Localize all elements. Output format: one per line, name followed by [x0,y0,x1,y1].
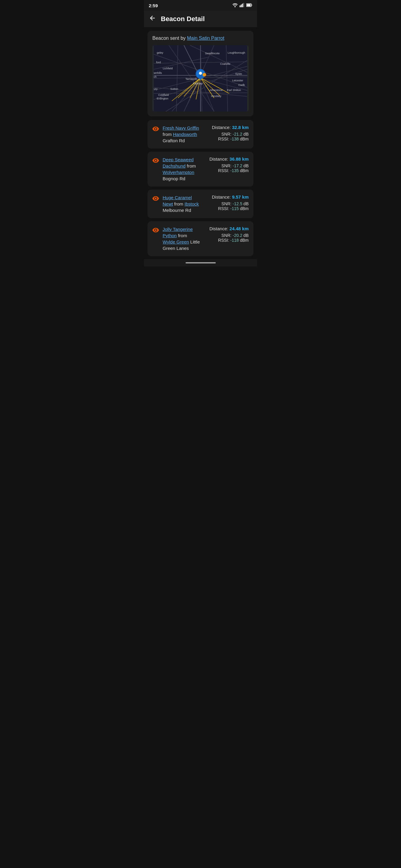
receiver-left-0: Fresh Navy Griffin from Handsworth Graft… [163,125,200,144]
map-label-coalville: Coalville [220,62,231,65]
map-label-hinckley: Hinckley [211,95,222,98]
distance-label-1: Distance: [209,156,230,161]
map-label-ch: ch [154,75,157,79]
rssi-row-0: RSSI: -138 dBm [200,136,249,141]
svg-point-42 [198,80,203,83]
receiver-from-2: from [174,201,184,207]
snr-row-0: SNR: -21.2 dB [200,132,249,136]
map-label-ownhills: wnhills [153,71,162,74]
distance-row-3: Distance: 24.48 km [200,226,249,231]
rssi-val-3: -118 [230,238,239,243]
snr-row-1: SNR: -17.2 dB [200,163,249,168]
receiver-card-1[interactable]: Deep Seaweed Dachshund from Wolverhampto… [147,152,254,187]
receiver-right-3: Distance: 24.48 km SNR: -20.2 dB RSSI: -… [200,226,249,243]
status-time: 2:59 [149,3,158,8]
map-label-lichfield: Lichfield [163,67,173,70]
receiver-street-1: Bognop Rd [163,176,185,181]
map-label-atherstone: Atherstone [210,89,223,92]
svg-rect-1 [239,5,240,7]
distance-val-2: 9.57 km [232,194,249,199]
map-label-geley: geley [157,51,164,54]
map-label-systo: Systo [235,72,242,75]
receiver-name-row-2: Huge Caramel Newt from Ibstock Melbourne… [163,194,200,213]
snr-row-2: SNR: -12.5 dB [200,201,249,206]
receiver-from-0: from [163,132,173,137]
status-icons [232,3,252,8]
map-label-coldfield: Coldfield [159,93,169,96]
map-container[interactable]: Swadlincote Loughborough Coalville Lichf… [152,45,249,112]
svg-rect-2 [241,4,242,7]
svg-rect-4 [243,3,244,7]
rssi-val-1: -135 [230,168,239,173]
beacon-card: Beacon sent by Main Satin Parrot [147,31,254,116]
distance-label-3: Distance: [209,226,230,231]
rssi-row-3: RSSI: -118 dBm [200,238,249,243]
snr-rssi-1: SNR: -17.2 dB RSSI: -135 dBm [200,163,249,173]
receiver-street-0: Grafton Rd [163,138,185,143]
beacon-sent-by-text: Beacon sent by Main Satin Parrot [152,36,249,41]
receiver-right-1: Distance: 36.88 km SNR: -17.2 dB RSSI: -… [200,156,249,173]
receiver-card-2[interactable]: Huge Caramel Newt from Ibstock Melbourne… [147,190,254,218]
receiver-left-1: Deep Seaweed Dachshund from Wolverhampto… [163,156,200,182]
map-label-loughborough: Loughborough [228,51,245,54]
receiver-right-2: Distance: 9.57 km SNR: -12.5 dB RSSI: -1… [200,194,249,211]
receiver-location-link-2[interactable]: Ibstock [185,201,199,207]
receiver-name-row-0: Fresh Navy Griffin from Handsworth Graft… [163,125,200,144]
page-title: Beacon Detail [161,15,205,23]
sender-name-link[interactable]: Main Satin Parrot [187,36,225,41]
bottom-bar [144,259,257,267]
rssi-row-2: RSSI: -115 dBm [200,206,249,211]
distance-row-1: Distance: 36.88 km [200,156,249,161]
svg-point-45 [199,72,202,75]
receiver-location-link-1[interactable]: Wolverhampton [163,170,194,175]
receiver-location-link-0[interactable]: Handsworth [173,132,197,137]
svg-rect-6 [252,4,252,6]
map-label-erdington: Erdington [157,97,169,100]
receiver-name-row-1: Deep Seaweed Dachshund from Wolverhampto… [163,156,200,182]
receiver-flex-2: Huge Caramel Newt from Ibstock Melbourne… [163,194,249,213]
battery-icon [246,3,252,8]
receiver-left-3: Jolly Tangerine Python from Wylde Green … [163,226,200,251]
receiver-card-0[interactable]: Fresh Navy Griffin from Handsworth Graft… [147,120,254,149]
receiver-left-2: Huge Caramel Newt from Ibstock Melbourne… [163,194,200,213]
distance-row-0: Distance: 32.8 km [200,125,249,130]
snr-val-0: -21.2 [233,132,242,136]
map-label-leicester: Leicester [232,79,244,82]
map-label-earl-shilton: Earl Shilton [227,89,241,92]
receiver-from-1: from [187,163,196,168]
distance-row-2: Distance: 9.57 km [200,194,249,199]
wifi-icon [232,3,238,8]
back-button[interactable] [149,14,156,24]
distance-label-0: Distance: [212,125,232,130]
rssi-val-0: -138 [230,136,239,141]
receiver-right-0: Distance: 32.8 km SNR: -21.2 dB RSSI: -1… [200,125,249,141]
distance-val-1: 36.88 km [230,156,249,161]
receiver-card-3[interactable]: Jolly Tangerine Python from Wylde Green … [147,221,254,256]
receivers-list: Fresh Navy Griffin from Handsworth Graft… [144,120,257,256]
map-label-sutton: Sutton [170,87,178,90]
distance-val-3: 24.48 km [230,226,249,231]
receiver-name-row-3: Jolly Tangerine Python from Wylde Green … [163,226,200,251]
receiver-name-link-0[interactable]: Fresh Navy Griffin [163,125,199,130]
receiver-location-link-3[interactable]: Wylde Green [163,239,189,244]
receiver-from-3: from [178,233,187,238]
rssi-val-2: -115 [230,206,239,211]
eye-icon-1 [152,157,159,165]
snr-row-3: SNR: -20.2 dB [200,233,249,238]
signal-icon [239,3,245,8]
receiver-flex-3: Jolly Tangerine Python from Wylde Green … [163,226,249,251]
map-label-tamworth: Tamworth [185,78,197,81]
eye-icon-0 [152,125,159,133]
status-bar: 2:59 [144,0,257,11]
svg-point-0 [234,6,236,7]
rssi-row-1: RSSI: -135 dBm [200,168,249,173]
eye-icon-3 [152,227,159,235]
receiver-street-2: Melbourne Rd [163,208,191,213]
snr-rssi-3: SNR: -20.2 dB RSSI: -118 dBm [200,233,249,243]
receiver-flex-0: Fresh Navy Griffin from Handsworth Graft… [163,125,249,144]
distance-val-0: 32.8 km [232,125,249,130]
snr-val-2: -12.5 [233,201,242,206]
home-indicator [185,262,216,264]
map-label-oadby: Oadb [238,84,245,87]
map-label-ford: ford [156,61,161,64]
